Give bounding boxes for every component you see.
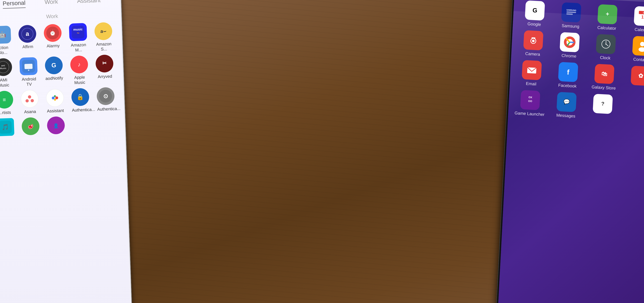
list-item[interactable]: ? [585, 93, 621, 121]
list-item[interactable]: ♪ Apple Music [67, 55, 92, 85]
svg-text:~: ~ [77, 31, 80, 36]
app-label: Calculator [597, 25, 616, 31]
spotify-icon: ≡ [0, 91, 14, 109]
svg-text:⏰: ⏰ [49, 29, 56, 37]
list-item[interactable]: G aodNotify [42, 56, 66, 86]
svg-text:17: 17 [641, 15, 644, 20]
samsung-icon: SAMSUNG [561, 2, 581, 23]
authenticator1-icon: 🔒 [71, 88, 90, 106]
list-item[interactable]: ✂ Arryved [92, 54, 117, 84]
list-item[interactable]: 17 17 Calendar [626, 6, 644, 33]
list-item[interactable]: 👤 [44, 116, 68, 135]
list-item[interactable]: Assistant [43, 89, 67, 114]
contacts-icon [632, 36, 644, 56]
svg-text:💬: 💬 [563, 99, 570, 105]
svg-point-27 [23, 92, 36, 105]
list-item[interactable]: OX OO Game Launcher [512, 90, 548, 117]
app-label: Calendar [634, 27, 644, 33]
app-label: Google [528, 21, 541, 27]
list-item[interactable]: Email [514, 60, 550, 87]
svg-text:a: a [26, 30, 29, 37]
app-label: Asana [24, 109, 36, 114]
partial-icon-3: 👤 [47, 116, 65, 135]
list-item[interactable]: Camera [515, 30, 551, 58]
app-label: AMI Music [0, 77, 13, 88]
app-label: Email [526, 81, 536, 87]
app-label: Messages [556, 113, 576, 119]
google-icon: G [525, 0, 545, 21]
svg-text:✂: ✂ [102, 60, 107, 66]
list-item[interactable]: SAMSUNG Samsung [553, 2, 589, 30]
list-item[interactable]: 💬 Messages [548, 91, 584, 119]
list-item[interactable]: ≡ ...rtists [0, 90, 17, 115]
google-assistant-icon [46, 89, 64, 107]
apple-music-icon: ♪ [70, 55, 88, 74]
list-item[interactable]: Chrome [552, 32, 588, 59]
list-item[interactable]: a⌣ Amazon S... [91, 22, 116, 52]
ami-music-icon: ami Music [0, 58, 12, 76]
svg-text:17: 17 [643, 12, 644, 14]
app-label: Facebook [558, 83, 577, 89]
list-item[interactable]: f Facebook [550, 62, 586, 89]
list-item[interactable]: ⊙ Authentica... [94, 87, 118, 112]
left-phone: Personal Work Assistant Work 🤖 Action Bl… [0, 0, 132, 303]
svg-text:🥩: 🥩 [28, 124, 34, 129]
email-icon [522, 60, 542, 80]
right-app-grid: G Google SAMSUNG Samsu [510, 0, 644, 123]
tab-assistant[interactable]: Assistant [77, 0, 101, 6]
calculator-icon: + [597, 4, 618, 24]
list-item[interactable]: a Affirm [15, 25, 40, 55]
list-item[interactable]: 🛍 Galaxy Store [586, 63, 622, 91]
affirm-icon: a [18, 25, 36, 43]
tab-personal[interactable]: Personal [2, 0, 26, 9]
list-item[interactable]: G Google [517, 0, 553, 28]
list-item[interactable]: 🎵 [0, 118, 18, 136]
app-label: Apple Music [71, 75, 89, 85]
app-label: Android TV [20, 76, 38, 87]
svg-text:♪: ♪ [78, 61, 81, 68]
svg-text:Music: Music [0, 67, 6, 70]
list-item[interactable]: Asana [18, 90, 42, 115]
svg-text:👤: 👤 [53, 123, 59, 128]
svg-text:⊙: ⊙ [103, 93, 108, 99]
app-label: Amazon S... [95, 41, 113, 52]
svg-text:G: G [51, 62, 56, 69]
app-label: Camera [525, 51, 540, 57]
partial-icon-2: 🥩 [22, 117, 40, 135]
app-label: Samsung [562, 23, 579, 29]
app-label: Affirm [22, 44, 33, 50]
clock-icon [596, 34, 616, 54]
app-label: Clock [600, 55, 611, 61]
svg-text:≡: ≡ [2, 97, 6, 103]
app-label: Alarmy [46, 43, 60, 49]
list-item[interactable]: + Calculator [589, 4, 626, 32]
tab-work[interactable]: Work [44, 0, 58, 7]
svg-text:🛍: 🛍 [601, 71, 608, 77]
list-item[interactable]: Clock [588, 34, 624, 61]
app-grid-row3: ≡ ...rtists Asana [0, 87, 120, 116]
list-item[interactable]: ⏰ Alarmy [40, 24, 65, 54]
svg-point-31 [48, 91, 62, 105]
amazon-shopping-icon: a⌣ [94, 22, 112, 41]
list-item[interactable]: 🤖 Action Blo... [0, 26, 14, 56]
list-item[interactable]: 🔒 Authentica... [68, 88, 93, 113]
list-item[interactable]: 🥩 [18, 117, 43, 135]
app-grid-row1: 🤖 Action Blo... a Affirm [0, 22, 118, 56]
facebook-icon: f [558, 62, 578, 82]
android-tv-icon [20, 57, 38, 75]
game-launcher-icon: OX OO [520, 90, 540, 110]
svg-text:?: ? [601, 101, 604, 107]
partial-icon-1: 🎵 [0, 118, 14, 136]
app-label: Action Blo... [0, 45, 12, 56]
app-label: Game Launcher [514, 110, 544, 117]
svg-text:OX: OX [528, 96, 532, 99]
list-item[interactable]: ✿ [622, 65, 644, 93]
arryved-icon: ✂ [95, 55, 114, 73]
app-label: Amazon M... [70, 42, 88, 53]
unknown-icon-2: ? [593, 94, 613, 114]
list-item[interactable]: Android TV [16, 57, 41, 87]
list-item[interactable]: music ~ Amazon M... [66, 23, 91, 53]
list-item[interactable]: ami Music AMI Music [0, 58, 16, 88]
svg-text:🎵: 🎵 [2, 123, 9, 131]
list-item[interactable]: Contacts [624, 36, 644, 63]
